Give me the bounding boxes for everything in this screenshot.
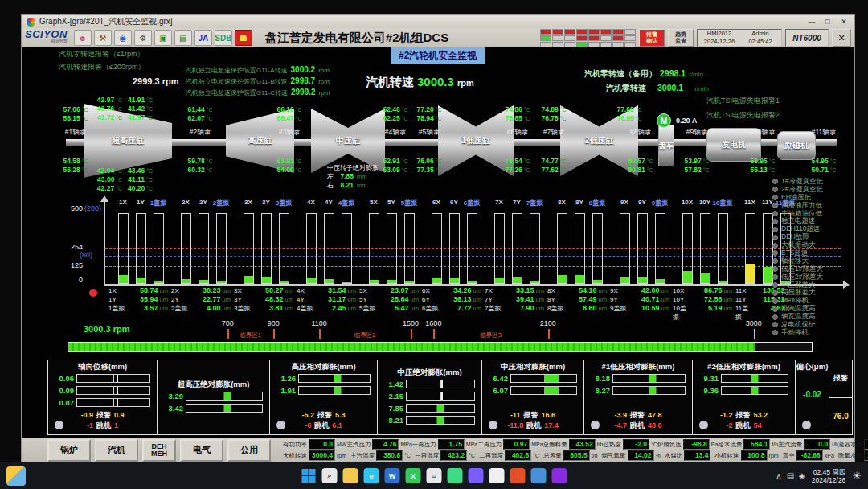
nav-button-锅炉[interactable]: 锅炉 [47,439,91,462]
edge-icon[interactable]: e [364,468,379,483]
wechat-icon[interactable] [448,468,463,483]
alarm-ack-button[interactable]: 报警 确认 [639,29,665,47]
vib-value-number: 54.16 [567,286,597,294]
vib-bar-1X [118,213,129,284]
sdb-icon[interactable]: SDB [215,30,232,46]
gauge-marker [117,375,118,382]
temp-unit: °C [703,158,710,164]
weather-widget-icon[interactable] [6,466,26,486]
measurement-value: 423.2 [440,450,467,461]
app-white-icon[interactable] [489,468,505,483]
nav-button-公用[interactable]: 公用 [227,439,271,462]
vib-value-label: 1盖振 [108,304,128,313]
measurement-row-1: 有功功率0.0MW主汽压力4.76MPa一再压力1.75MPa二再压力0.97M… [283,439,868,450]
minimize-button[interactable]: — [806,18,817,26]
operator-icon[interactable]: ◉ [114,30,132,46]
temp-unit: °C [636,107,642,113]
measurement-value: 762.3 [864,439,868,450]
nav-button-电气[interactable]: 电气 [180,439,223,462]
vib-value-4盖振: 4盖振2.45um [297,304,356,313]
uhp-temps-top: 42.97°C41.91°C43.76°C41.42°C41.72°C41.97… [97,96,158,122]
trip-indicator-icon [772,219,778,224]
brightness-icon[interactable]: ☀ [852,470,862,482]
vib-bar-fill [262,277,271,284]
gauge-row: 3.29 [161,392,263,401]
close-button[interactable]: ✕ [838,18,850,26]
vib-value-label: 9盖振 [610,304,629,313]
trip-item-label: 手动停机 [781,328,809,338]
measurement-value: 43.52 [569,439,596,450]
start-button[interactable] [301,468,317,483]
panel-trip-limits: -2跳机54 [696,421,792,431]
gauge-marker [751,387,759,394]
trend-view-button[interactable]: 趋势 监查 [668,29,694,47]
file-explorer-icon[interactable] [343,468,358,483]
app-blue-icon[interactable] [531,468,547,483]
nav-button-DEH-MEH[interactable]: DEH MEH [142,439,176,462]
measurement-unit: °C [404,453,411,458]
temp-unit: °C [146,115,153,121]
measurement-value: 100.8 [741,450,768,461]
gauge-value: 6.07 [485,386,508,395]
gauge-bar [721,374,788,383]
vib-value-unit: um [661,305,669,312]
excel-icon[interactable]: X [406,468,421,483]
alarm-grid-cell-0-0 [540,29,551,35]
app-red-icon[interactable] [510,468,526,483]
session-date: 2024-12-26 [698,38,741,46]
vib-bar-label-6盖振: 6盖振 [464,199,480,208]
vib-bar-label-2Y: 2Y [199,199,207,206]
gauge-row: 8.27 [588,386,686,395]
gauge-marker [437,405,444,412]
taskbar-clock[interactable]: 02:45 周四 2024/12/26 [812,468,846,484]
gauge-value: 8.21 [381,416,403,425]
alarm-grid-cell-0-7 [624,29,636,35]
system-tray[interactable]: ∧▤◈ [776,471,805,480]
gauge-row: 1.42 [381,380,475,388]
temp-unit: °C [524,158,530,164]
app-violet-icon[interactable] [552,468,567,483]
measurement-二再压力: 二再压力0.97MPa [477,439,542,450]
trip-low: -11.8 [507,421,523,429]
exit-button[interactable]: ✕ [832,29,851,47]
measurement-unit: kPa [825,453,834,458]
measurement-label: 总风量 [543,452,562,460]
alarm-bell-icon[interactable] [235,30,252,46]
maximize-button[interactable]: □ [822,18,833,26]
turning-gear-motor-icon: M [657,113,671,128]
vib-bar-5盖振 [404,213,415,284]
panel-#1低压相对膨胀(mm): #1低压相对膨胀(mm)8.188.27-3.9报警47.8-4.7跳机48.6 [584,360,693,434]
tools-icon[interactable]: ⚒ [94,30,112,46]
vib-value-unit: um [599,287,607,294]
trip-high: 54 [754,421,762,429]
temp-value: 59.78 [187,157,204,165]
search-icon[interactable]: ⌕ [322,468,338,483]
vib-bar-label-7X: 7X [495,199,503,206]
uhp-temps-bottom: 42.04°C43.46°C43.00°C41.11°C42.27°C40.20… [97,166,158,193]
ja-icon[interactable]: JA [194,30,212,46]
display-icon[interactable]: ▣ [154,30,172,46]
vib-value-unit: um [223,305,231,312]
vib-bar-3盖振 [279,213,289,284]
users-icon[interactable]: ☻ [74,30,92,46]
nav-button-汽机[interactable]: 汽机 [95,439,138,462]
tray-icon: ∧ [776,471,781,480]
notepad-icon[interactable]: ≡ [427,468,442,483]
gauge-bar [406,416,475,425]
bearing-label-#3轴承: #3轴承 [279,128,300,138]
gear-icon[interactable]: ⚙ [134,30,152,46]
temp-unit: °C [146,168,153,174]
ramp-tick-mark [548,329,550,339]
vib-value-unit: um [411,287,419,294]
temp-unit: °C [636,116,642,121]
temp-unit: °C [769,167,776,173]
cylinder-label: 1低压缸 [461,135,490,146]
window-title: GraphX-[gra/#20T_汽机安全监视.grx] [39,16,173,27]
temp-value: 66.47 [276,114,293,122]
gauge-value: 7.85 [381,404,403,413]
temp-unit: °C [524,167,530,173]
app-purple-icon[interactable] [469,468,484,483]
word-icon[interactable]: W [385,468,400,483]
vib-value-label: 9Y [610,296,629,303]
book-icon[interactable]: ▤ [174,30,192,46]
